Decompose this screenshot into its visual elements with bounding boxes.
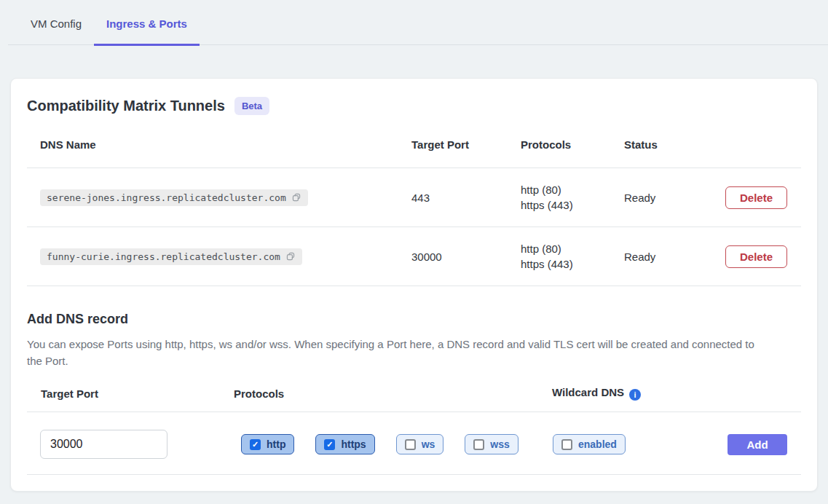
dns-name-pill: serene-jones.ingress.replicatedcluster.c…	[40, 189, 308, 206]
add-cell: Add	[728, 434, 804, 455]
add-dns-description: You can expose Ports using http, https, …	[27, 336, 764, 369]
target-port-value: 443	[398, 192, 508, 204]
protocol-line: http (80)	[521, 241, 611, 256]
delete-button[interactable]: Delete	[725, 245, 787, 268]
col-header-target-port: Target Port	[398, 138, 508, 151]
protocol-checkbox-https[interactable]: ✓ https	[315, 434, 374, 454]
tunnels-card: Compatibility Matrix Tunnels Beta DNS Na…	[10, 78, 818, 492]
delete-button[interactable]: Delete	[725, 186, 787, 209]
checkbox-icon	[561, 439, 572, 450]
target-port-value: 30000	[398, 251, 508, 263]
protocol-checkbox-wss[interactable]: wss	[465, 434, 518, 454]
protocol-label: ws	[422, 438, 435, 450]
copy-icon[interactable]	[285, 251, 296, 261]
checkbox-icon	[405, 439, 416, 450]
protocol-line: http (80)	[521, 182, 611, 197]
label-target-port: Target Port	[27, 387, 220, 400]
checkbox-icon: ✓	[250, 439, 261, 450]
protocol-options: ✓ http ✓ https ws wss	[241, 434, 538, 454]
table-row: serene-jones.ingress.replicatedcluster.c…	[27, 168, 801, 227]
protocol-checkbox-ws[interactable]: ws	[396, 434, 444, 454]
protocol-label: wss	[490, 438, 509, 450]
add-dns-title: Add DNS record	[27, 312, 801, 327]
card-header: Compatibility Matrix Tunnels Beta	[27, 97, 801, 115]
wildcard-dns-cell: enabled	[538, 434, 728, 454]
table-header-row: DNS Name Target Port Protocols Status	[27, 131, 801, 168]
tab-ingress-ports[interactable]: Ingress & Ports	[94, 17, 200, 46]
target-port-input[interactable]	[40, 430, 167, 459]
wildcard-enabled-label: enabled	[578, 438, 617, 450]
tunnels-table: DNS Name Target Port Protocols Status se…	[27, 131, 801, 286]
page-title: Compatibility Matrix Tunnels	[27, 98, 225, 114]
dns-name-pill: funny-curie.ingress.replicatedcluster.co…	[40, 248, 302, 265]
add-form-labels: Target Port Protocols Wildcard DNSi	[27, 369, 801, 412]
wildcard-enabled-checkbox[interactable]: enabled	[553, 434, 626, 454]
protocol-label: http	[267, 438, 285, 450]
protocol-label: https	[341, 438, 366, 450]
beta-badge: Beta	[234, 97, 269, 115]
tab-vm-config[interactable]: VM Config	[18, 17, 94, 46]
protocol-checkbox-http[interactable]: ✓ http	[241, 434, 294, 454]
label-wildcard-dns: Wildcard DNSi	[538, 386, 801, 401]
label-protocols: Protocols	[220, 387, 538, 400]
info-icon[interactable]: i	[629, 389, 641, 401]
protocol-line: https (443)	[521, 197, 611, 213]
dns-name: funny-curie.ingress.replicatedcluster.co…	[47, 251, 280, 262]
checkbox-icon	[473, 439, 484, 450]
table-row: funny-curie.ingress.replicatedcluster.co…	[27, 227, 801, 286]
col-header-protocols: Protocols	[508, 138, 611, 151]
table-body: serene-jones.ingress.replicatedcluster.c…	[27, 168, 801, 286]
status-value: Ready	[611, 251, 712, 263]
col-header-dns-name: DNS Name	[27, 138, 398, 151]
protocols-list: http (80)https (443)	[508, 241, 611, 272]
checkbox-icon: ✓	[324, 439, 335, 450]
tab-bar: VM Config Ingress & Ports	[8, 0, 828, 45]
col-header-status: Status	[611, 138, 712, 151]
target-port-cell	[27, 430, 220, 459]
protocol-line: https (443)	[521, 256, 611, 272]
status-value: Ready	[611, 192, 712, 204]
protocols-list: http (80)https (443)	[508, 182, 611, 213]
copy-icon[interactable]	[291, 192, 301, 202]
dns-name: serene-jones.ingress.replicatedcluster.c…	[47, 192, 286, 203]
add-button[interactable]: Add	[728, 434, 787, 455]
add-form-row: ✓ http ✓ https ws wss enabled Add	[27, 412, 801, 475]
